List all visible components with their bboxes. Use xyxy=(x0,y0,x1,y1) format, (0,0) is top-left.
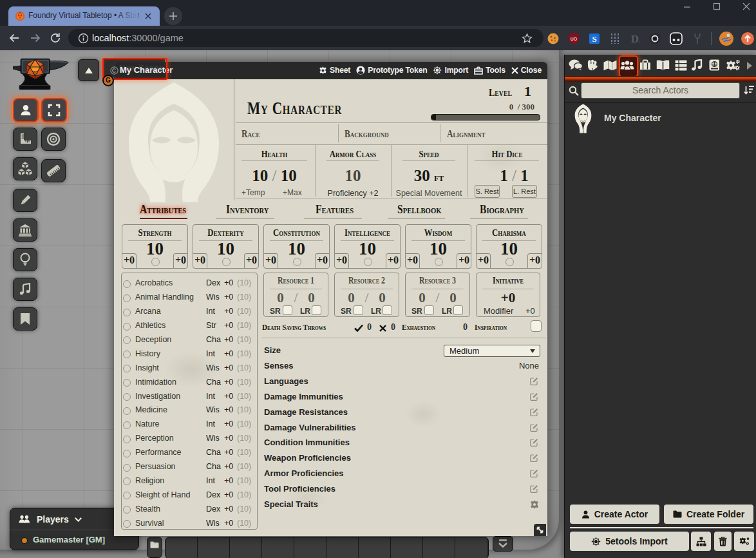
svg-text:S: S xyxy=(592,34,596,44)
svg-text:20: 20 xyxy=(33,70,38,75)
svg-text:UO: UO xyxy=(571,37,578,41)
